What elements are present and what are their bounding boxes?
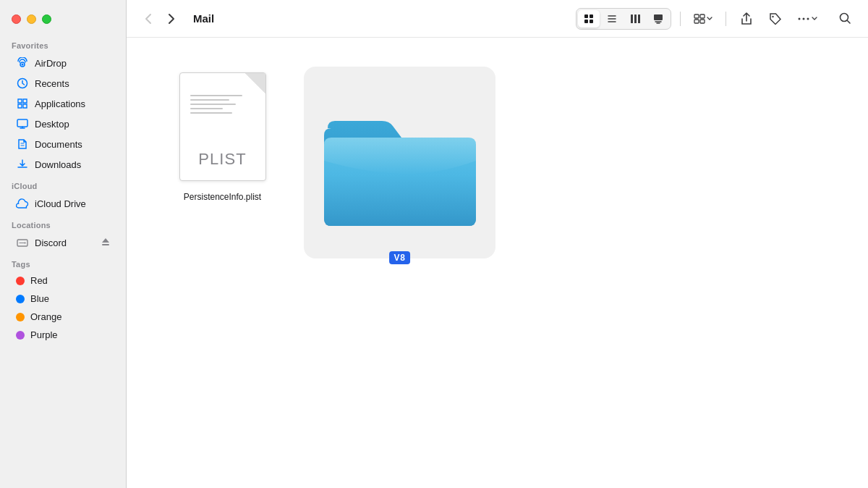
sidebar-item-purple[interactable]: Purple: [4, 327, 122, 343]
svg-rect-6: [102, 244, 109, 245]
sidebar-item-red[interactable]: Red: [4, 272, 122, 289]
svg-rect-11: [631, 14, 633, 23]
plist-file-item[interactable]: PLIST PersistenceInfo.plist: [170, 67, 275, 258]
toolbar: Mail: [127, 0, 868, 38]
plist-line: [190, 95, 242, 96]
group-button[interactable]: [689, 10, 717, 28]
svg-rect-12: [634, 14, 637, 23]
purple-dot: [16, 331, 25, 340]
svg-point-20: [799, 17, 801, 20]
minimize-button[interactable]: [27, 14, 36, 24]
orange-label: Orange: [30, 311, 61, 322]
svg-rect-10: [590, 20, 593, 23]
plist-paper: PLIST: [179, 72, 266, 181]
svg-point-21: [803, 17, 805, 20]
folder-badge: V8: [389, 251, 411, 264]
red-label: Red: [30, 275, 48, 286]
svg-point-1: [22, 64, 24, 66]
downloads-label: Downloads: [35, 159, 81, 170]
separator-2: [726, 12, 726, 26]
favorites-header: Favorites: [0, 34, 126, 53]
plist-line: [190, 108, 223, 109]
plist-line: [190, 99, 229, 101]
recents-label: Recents: [35, 78, 69, 89]
applications-icon: [16, 97, 29, 110]
view-mode-buttons: [576, 8, 671, 30]
blue-dot: [16, 295, 25, 303]
svg-rect-17: [694, 20, 699, 23]
documents-icon: [16, 138, 29, 151]
icloud-icon: [16, 197, 29, 210]
plist-line: [190, 104, 236, 105]
airdrop-icon: [16, 56, 29, 70]
close-button[interactable]: [12, 14, 21, 24]
drive-icon: [16, 236, 29, 249]
more-button[interactable]: [793, 14, 822, 24]
svg-rect-18: [700, 20, 705, 23]
search-button[interactable]: [833, 7, 856, 30]
traffic-lights: [0, 7, 126, 34]
gallery-view-button[interactable]: [647, 10, 669, 28]
maximize-button[interactable]: [42, 14, 51, 24]
forward-button[interactable]: [161, 9, 182, 29]
folder-icon: [320, 96, 480, 230]
icloud-drive-label: iCloud Drive: [35, 198, 86, 209]
plist-icon: PLIST: [170, 67, 275, 186]
sidebar-item-documents[interactable]: Documents: [4, 135, 122, 153]
sidebar: Favorites AirDrop Recents Applicati: [0, 0, 127, 488]
svg-rect-8: [590, 14, 593, 18]
plist-filename: PersistenceInfo.plist: [184, 192, 261, 202]
plist-lines: [190, 95, 255, 114]
sidebar-item-applications[interactable]: Applications: [4, 94, 122, 113]
sidebar-item-downloads[interactable]: Downloads: [4, 155, 122, 174]
plist-line: [190, 112, 233, 114]
svg-rect-3: [17, 119, 27, 127]
list-view-button[interactable]: [601, 10, 623, 28]
icloud-header: iCloud: [0, 174, 126, 193]
main-content: Mail: [127, 0, 868, 488]
window-title: Mail: [193, 12, 214, 25]
svg-rect-15: [694, 14, 699, 18]
column-view-button[interactable]: [624, 10, 646, 28]
sidebar-item-airdrop[interactable]: AirDrop: [4, 54, 122, 72]
svg-rect-9: [584, 20, 588, 23]
applications-label: Applications: [35, 98, 85, 109]
svg-point-23: [840, 14, 848, 22]
documents-label: Documents: [35, 139, 82, 150]
locations-header: Locations: [0, 214, 126, 232]
sidebar-item-orange[interactable]: Orange: [4, 308, 122, 325]
back-button[interactable]: [138, 9, 158, 29]
sidebar-item-blue[interactable]: Blue: [4, 290, 122, 307]
sidebar-item-recents[interactable]: Recents: [4, 74, 122, 93]
folder-wrapper: V8: [304, 67, 495, 258]
svg-rect-16: [700, 14, 705, 18]
share-button[interactable]: [735, 7, 758, 30]
sidebar-item-desktop[interactable]: Desktop: [4, 114, 122, 133]
svg-rect-13: [638, 14, 640, 23]
svg-point-19: [772, 15, 773, 17]
eject-icon[interactable]: [101, 237, 110, 249]
nav-buttons: [138, 9, 182, 29]
svg-point-22: [807, 17, 809, 20]
purple-label: Purple: [30, 329, 58, 340]
desktop-label: Desktop: [35, 119, 69, 130]
svg-rect-7: [584, 14, 588, 18]
orange-dot: [16, 313, 25, 321]
svg-rect-14: [654, 14, 663, 20]
separator-1: [680, 12, 681, 26]
tag-button[interactable]: [764, 7, 787, 30]
folder-v8-item[interactable]: V8: [304, 67, 495, 258]
airdrop-label: AirDrop: [35, 58, 67, 69]
blue-label: Blue: [30, 293, 49, 304]
desktop-icon: [16, 117, 29, 130]
tags-header: Tags: [0, 253, 126, 272]
sidebar-item-icloud-drive[interactable]: iCloud Drive: [4, 194, 122, 213]
svg-point-5: [25, 243, 26, 244]
discord-label: Discord: [35, 237, 67, 248]
file-grid: PLIST PersistenceInfo.plist: [127, 38, 868, 488]
plist-label: PLIST: [198, 150, 247, 169]
downloads-icon: [16, 158, 29, 171]
grid-view-button[interactable]: [578, 10, 600, 28]
recents-icon: [16, 77, 29, 90]
sidebar-item-discord[interactable]: Discord: [4, 233, 122, 252]
